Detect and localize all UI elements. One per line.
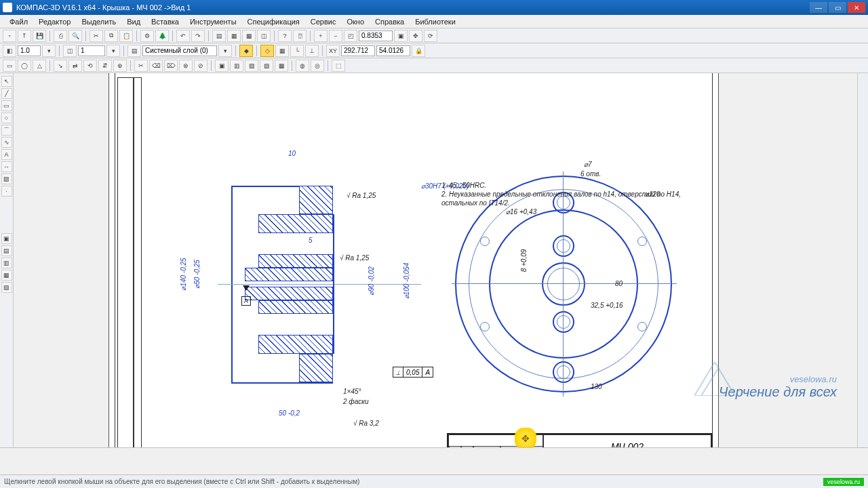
ed9-icon[interactable]: ⊗ <box>179 60 193 72</box>
paste-icon[interactable]: 📋 <box>119 30 133 42</box>
menu-window[interactable]: Окно <box>341 16 370 27</box>
drop1-icon[interactable]: ▾ <box>42 45 56 57</box>
btn-a[interactable]: ▦ <box>227 30 241 42</box>
drop3-icon[interactable]: ▾ <box>218 45 232 57</box>
ed14-icon[interactable]: ▨ <box>260 60 273 72</box>
snap3-icon[interactable]: ⊥ <box>305 45 319 57</box>
ed11-icon[interactable]: ▣ <box>215 60 229 72</box>
copy-icon[interactable]: ⧉ <box>104 30 118 42</box>
lt-grp3-icon[interactable]: ▥ <box>1 258 12 268</box>
menu-view[interactable]: Вид <box>121 16 146 27</box>
refresh-icon[interactable]: ⟳ <box>424 30 437 42</box>
ed16-icon[interactable]: ◍ <box>296 60 309 72</box>
ed2-icon[interactable]: ⇄ <box>68 60 82 72</box>
ed17-icon[interactable]: ◎ <box>311 60 324 72</box>
page-field[interactable] <box>78 45 105 56</box>
lt-dim-icon[interactable]: ↔ <box>1 161 12 172</box>
menu-tools[interactable]: Инструменты <box>184 16 242 27</box>
lt-grp1-icon[interactable]: ▣ <box>1 233 12 244</box>
ed15-icon[interactable]: ▩ <box>275 60 288 72</box>
pan-icon[interactable]: ✥ <box>409 30 422 42</box>
status-bar: Щелкните левой кнопкой мыши на объекте д… <box>0 474 868 488</box>
ed3-icon[interactable]: ⟲ <box>83 60 97 72</box>
dim-chamfer: 1×45° <box>343 388 361 395</box>
lt-grp4-icon[interactable]: ▦ <box>1 270 12 281</box>
grid-icon[interactable]: ▦ <box>275 45 289 57</box>
lt-point-icon[interactable]: · <box>1 186 12 197</box>
technical-notes: 1. 45...50HRC. 2. Неуказанные предельные… <box>441 181 699 207</box>
menu-edit[interactable]: Редактор <box>33 16 76 27</box>
new-icon[interactable]: ▫ <box>3 30 16 42</box>
whatsthis-icon[interactable]: ⍰ <box>293 30 307 42</box>
drop2-icon[interactable]: ▾ <box>106 45 120 57</box>
lt-circle-icon[interactable]: ○ <box>1 113 12 123</box>
lt-rect-icon[interactable]: ▭ <box>1 100 12 111</box>
lt-select-icon[interactable]: ↖ <box>1 76 12 87</box>
ed5-icon[interactable]: ⊕ <box>113 60 127 72</box>
menu-libs[interactable]: Библиотеки <box>410 16 461 27</box>
coord-x-field[interactable] <box>341 45 375 56</box>
minimize-button[interactable]: — <box>810 2 827 13</box>
lt-line-icon[interactable]: ╱ <box>1 88 12 99</box>
lt-grp5-icon[interactable]: ▧ <box>1 282 12 293</box>
zoomout-icon[interactable]: − <box>329 30 342 42</box>
maximize-button[interactable]: ▭ <box>829 2 846 13</box>
tree-icon[interactable]: 🌲 <box>155 30 169 42</box>
ed12-icon[interactable]: ▥ <box>230 60 243 72</box>
zoom-field[interactable] <box>359 30 393 41</box>
menu-service[interactable]: Сервис <box>305 16 342 27</box>
cut-icon[interactable]: ✂ <box>90 30 103 42</box>
drawing-canvas[interactable]: A ⌀140 -0,25 ⌀50 -0,25 10 5 √ Ra 1,25 √ … <box>14 73 857 447</box>
layer-dropdown[interactable]: Системный слой (0) <box>142 45 217 56</box>
dim-d7: ⌀7 <box>584 161 592 168</box>
lt-spline-icon[interactable]: ∿ <box>1 137 12 148</box>
close-button[interactable]: ✕ <box>848 2 865 13</box>
lock-icon[interactable]: 🔒 <box>412 45 425 57</box>
layers-icon[interactable]: ▤ <box>212 30 226 42</box>
menu-file[interactable]: Файл <box>4 16 33 27</box>
menu-insert[interactable]: Вставка <box>146 16 184 27</box>
zoomfit-icon[interactable]: ▣ <box>394 30 408 42</box>
menu-select[interactable]: Выделить <box>76 16 121 27</box>
open-icon[interactable]: ⤒ <box>18 30 31 42</box>
layer-icon[interactable]: ▤ <box>127 45 141 57</box>
ed10-icon[interactable]: ⊘ <box>194 60 208 72</box>
ed18-icon[interactable]: ⬚ <box>332 60 345 72</box>
sel1-icon[interactable]: ▭ <box>3 60 16 72</box>
ortho-icon[interactable]: └ <box>290 45 304 57</box>
preview-icon[interactable]: 🔍 <box>68 30 82 42</box>
ed4-icon[interactable]: ⇵ <box>98 60 112 72</box>
lt-text-icon[interactable]: A <box>1 149 12 160</box>
menu-spec[interactable]: Спецификация <box>242 16 305 27</box>
scale-field[interactable] <box>18 45 41 56</box>
btn-b[interactable]: ▩ <box>242 30 256 42</box>
lt-hatch-icon[interactable]: ▨ <box>1 174 12 184</box>
view-icon[interactable]: ◫ <box>63 45 77 57</box>
dim-d50: ⌀50 -0,25 <box>193 260 201 289</box>
btn-c[interactable]: ◫ <box>257 30 271 42</box>
right-scrollbar[interactable] <box>857 73 868 447</box>
props-icon[interactable]: ⚙ <box>140 30 154 42</box>
snap2-icon[interactable]: ◇ <box>260 45 274 57</box>
save-icon[interactable]: 💾 <box>33 30 46 42</box>
help-icon[interactable]: ? <box>278 30 292 42</box>
state-icon[interactable]: ◧ <box>3 45 16 57</box>
snap1-icon[interactable]: ◆ <box>239 45 253 57</box>
coord-y-field[interactable] <box>376 45 410 56</box>
sel3-icon[interactable]: △ <box>33 60 46 72</box>
undo-icon[interactable]: ↶ <box>176 30 190 42</box>
lt-arc-icon[interactable]: ⌒ <box>1 125 12 136</box>
sel2-icon[interactable]: ◯ <box>18 60 31 72</box>
ed13-icon[interactable]: ▧ <box>245 60 258 72</box>
redo-icon[interactable]: ↷ <box>191 30 205 42</box>
zoomin-icon[interactable]: + <box>314 30 328 42</box>
ed8-icon[interactable]: ⌦ <box>164 60 178 72</box>
xy-icon[interactable]: XY <box>326 45 340 57</box>
lt-grp2-icon[interactable]: ▤ <box>1 245 12 256</box>
menu-help[interactable]: Справка <box>370 16 410 27</box>
ed7-icon[interactable]: ⌫ <box>149 60 163 72</box>
ed1-icon[interactable]: ↘ <box>54 60 67 72</box>
print-icon[interactable]: ⎙ <box>54 30 67 42</box>
ed6-icon[interactable]: ✂ <box>134 60 148 72</box>
zoomwin-icon[interactable]: ◰ <box>344 30 357 42</box>
